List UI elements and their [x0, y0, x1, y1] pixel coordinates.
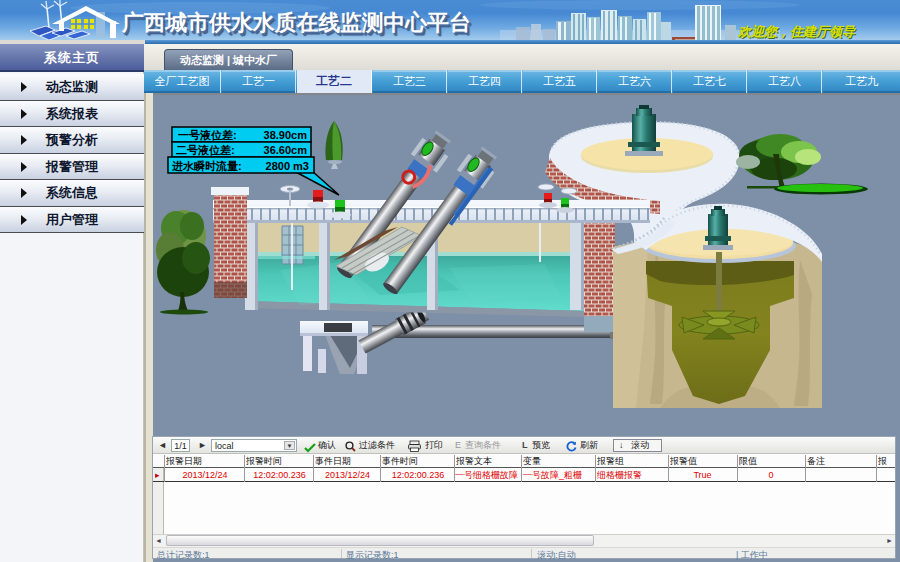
- svg-text:36.60cm: 36.60cm: [264, 144, 308, 156]
- svg-text:38.90cm: 38.90cm: [264, 129, 308, 141]
- svg-text:二号液位差:: 二号液位差:: [176, 144, 235, 156]
- svg-text:2800 m3: 2800 m3: [266, 160, 309, 172]
- svg-text:一号液位差:: 一号液位差:: [178, 129, 237, 141]
- svg-text:进水瞬时流量:: 进水瞬时流量:: [171, 160, 242, 172]
